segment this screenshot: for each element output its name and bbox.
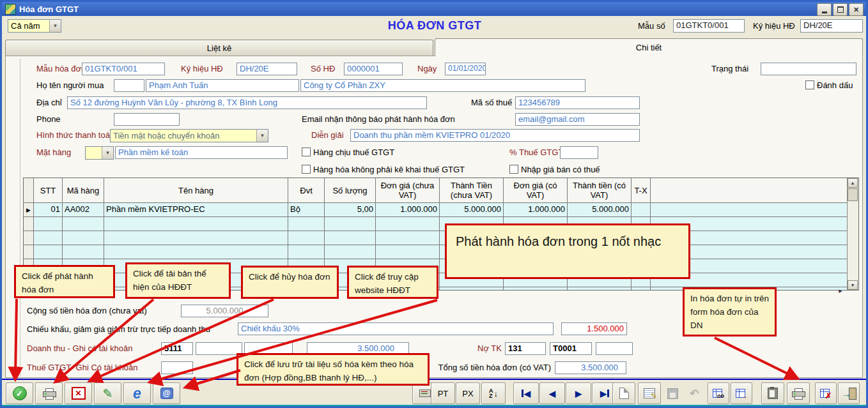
checkbox-icon[interactable] xyxy=(302,147,311,156)
chiet-khau-label: Chiếu khấu, giảm giá giảm trừ trực tiếp … xyxy=(27,324,210,334)
no-tk-acc2-field[interactable]: T0001 xyxy=(550,342,592,355)
dien-giai-field[interactable]: Doanh thu phần mềm KVIETPRO 01/2020 xyxy=(350,129,640,142)
checkbox-icon[interactable] xyxy=(805,80,814,89)
next-record-button[interactable]: ▶ xyxy=(566,382,591,404)
table-row[interactable] xyxy=(24,231,847,245)
exit-button[interactable]: → xyxy=(838,382,860,404)
email-field[interactable]: email@gmail.com xyxy=(515,113,640,126)
callout-click-phat-hanh: Click để phát hành hóa đơn xyxy=(14,265,115,298)
ky-hieu-hd-field[interactable]: DH/20E xyxy=(236,63,297,75)
grid-column-header[interactable]: Thành tiền (có VAT) xyxy=(568,178,632,202)
mau-so-label: Mẫu số xyxy=(638,21,665,31)
nhap-gia-co-thue-checkbox[interactable]: Nhập giá bán có thuế xyxy=(509,165,600,174)
scroll-up-icon[interactable]: ▲ xyxy=(848,178,858,188)
thue-gtgt-account-field[interactable] xyxy=(161,361,193,374)
khong-ke-khai-checkbox[interactable]: Hàng hóa không phải kê khai thuế GTGT xyxy=(302,165,465,174)
mau-hoa-don-field[interactable]: 01GTKT0/001 xyxy=(82,63,165,75)
grid-column-header[interactable]: Thành Tiền (chưa VAT) xyxy=(440,178,504,202)
edit-button[interactable]: ✎ xyxy=(94,382,121,404)
sort-button[interactable]: AZ↓ xyxy=(481,382,506,404)
page-title: HÓA ĐƠN GTGT xyxy=(332,19,537,33)
publish-invoice-button[interactable]: ✓ xyxy=(6,382,33,404)
refresh-record-button[interactable]: → xyxy=(731,382,752,404)
previous-record-icon: ◀ xyxy=(549,389,555,398)
hinh-thuc-value: Tiền mặt hoặc chuyển khoản xyxy=(111,130,256,142)
pt-button[interactable]: PT xyxy=(431,382,455,404)
table-row[interactable]: ▶01AA002Phần mềm KVIETPRO-ECBộ5,001.000.… xyxy=(24,203,847,217)
edit-record-button[interactable]: ✎ xyxy=(638,382,661,404)
chevron-down-icon[interactable]: ▼ xyxy=(102,147,113,159)
checkbox-icon[interactable] xyxy=(509,165,518,174)
tab-chi-tiet[interactable]: Chi tiết xyxy=(435,38,863,56)
first-record-button[interactable]: ◀ xyxy=(513,382,539,404)
table-row[interactable] xyxy=(24,217,847,231)
scrollbar-thumb[interactable] xyxy=(848,188,858,201)
ma-so-thue-field[interactable]: 123456789 xyxy=(515,96,640,109)
no-tk-acc1-field[interactable]: 131 xyxy=(505,342,546,355)
grid-column-header[interactable]: Tên hàng xyxy=(104,178,288,202)
mau-so-field[interactable]: 01GTKT0/001 xyxy=(673,19,745,33)
print-representation-button[interactable] xyxy=(35,382,63,404)
buyer-name-field[interactable]: Phạm Anh Tuấn xyxy=(146,79,299,92)
ngay-field[interactable]: 01/01/2020 xyxy=(445,63,486,75)
so-hd-field[interactable]: 0000001 xyxy=(344,63,403,75)
chevron-down-icon[interactable]: ▼ xyxy=(49,20,61,32)
ky-hieu-hd-top-field[interactable]: DH/20E xyxy=(800,19,863,33)
doanh-thu-sub1-field[interactable] xyxy=(196,342,242,355)
scroll-down-icon[interactable]: ▼ xyxy=(848,280,858,290)
hinh-thuc-combobox[interactable]: Tiền mặt hoặc chuyển khoản ▼ xyxy=(110,129,268,142)
cong-field[interactable]: 5.000.000 xyxy=(181,305,268,317)
grid-column-header[interactable]: Đvt xyxy=(288,178,325,202)
grid-column-header[interactable]: T-X xyxy=(632,178,651,202)
grid-column-header[interactable]: Đơn giá (có VAT) xyxy=(504,178,568,202)
print-button[interactable] xyxy=(787,382,810,404)
restore-button[interactable] xyxy=(833,3,848,16)
previous-record-button[interactable]: ◀ xyxy=(539,382,565,404)
mat-hang-label: Mặt hàng xyxy=(36,147,71,157)
delete-record-button[interactable]: ✗ xyxy=(815,382,837,404)
grid-header-row: STTMã hàngTên hàngĐvtSố lượngĐơn giá (ch… xyxy=(24,178,847,203)
buyer-code-field[interactable] xyxy=(114,79,144,92)
paste-button[interactable] xyxy=(761,382,784,404)
callout-in-hoa-don: In hóa đơn tự in trên form hóa đơn của D… xyxy=(683,287,777,336)
hang-chiu-thue-checkbox[interactable]: Hàng chịu thuế GTGT xyxy=(302,147,394,157)
doanh-thu-account-field[interactable]: 5111 xyxy=(161,342,193,355)
danh-dau-checkbox[interactable]: Đánh dấu xyxy=(805,80,853,90)
px-button[interactable]: PX xyxy=(456,382,480,404)
pct-thue-field[interactable] xyxy=(560,146,598,159)
buyer-company-field[interactable]: Công ty Cổ Phần ZXY xyxy=(300,79,585,92)
checkbox-icon[interactable] xyxy=(302,165,311,174)
red-x-icon: ✕ xyxy=(72,387,86,400)
attachments-button[interactable]: @ xyxy=(153,382,180,404)
grid-column-header[interactable]: Mã hàng xyxy=(63,178,104,202)
period-value: Cả năm xyxy=(8,20,49,32)
close-button[interactable]: ✕ xyxy=(849,3,864,16)
grid-column-header[interactable]: STT xyxy=(34,178,63,202)
mat-hang-combobox[interactable]: ▼ xyxy=(85,146,114,160)
scroll-right-icon[interactable]: ▶ xyxy=(835,287,846,295)
printer-icon xyxy=(43,388,56,399)
website-button[interactable]: e xyxy=(123,382,151,404)
tong-field[interactable]: 3.500.000 xyxy=(555,361,626,374)
tong-label: Tổng số tiền hóa đơn (có VAT) xyxy=(409,363,551,372)
mat-hang-field[interactable]: Phần mềm kế toán xyxy=(115,146,288,159)
table-row[interactable] xyxy=(24,245,847,259)
cancel-invoice-button[interactable]: ✕ xyxy=(65,382,92,404)
grid-vertical-scrollbar[interactable]: ▲ ▼ xyxy=(847,178,858,290)
chevron-down-icon[interactable]: ▼ xyxy=(256,130,268,142)
new-record-button[interactable] xyxy=(612,382,635,404)
find-button[interactable]: oo xyxy=(708,382,729,404)
period-combobox[interactable]: Cả năm ▼ xyxy=(8,19,61,33)
trang-thai-field[interactable] xyxy=(761,63,856,75)
callout-phat-hanh-note: Phát hành hóa đơn trong 1 nốt nhạc xyxy=(445,223,690,279)
grid-column-header[interactable]: Đơn giá (chưa VAT) xyxy=(376,178,440,202)
minimize-button[interactable] xyxy=(817,3,832,16)
phone-field[interactable] xyxy=(114,113,180,126)
dia-chi-field[interactable]: Số 12 đường Huỳnh Văn Lũy - phường 8, TX… xyxy=(67,96,427,109)
no-tk-acc3-field[interactable] xyxy=(596,342,633,355)
chiet-khau-text-field[interactable]: Chiết khấu 30% xyxy=(238,322,554,335)
grid-column-header[interactable]: Số lượng xyxy=(325,178,376,202)
chiet-khau-amount-field[interactable]: 1.500.000 xyxy=(561,322,627,335)
window-title: Hóa đơn GTGT xyxy=(19,4,79,14)
tab-liet-ke[interactable]: Liệt kê xyxy=(5,40,433,56)
